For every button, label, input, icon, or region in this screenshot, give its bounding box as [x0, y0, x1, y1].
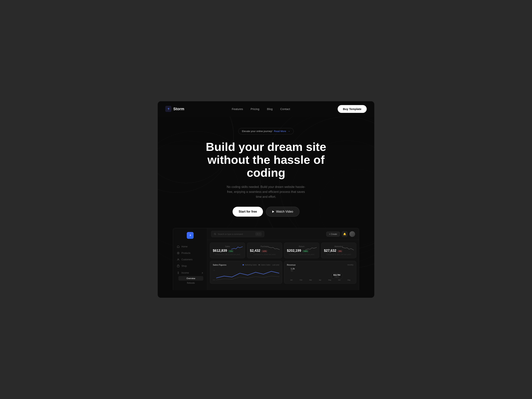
badge-link[interactable]: Read More: [274, 130, 286, 133]
revenue-title: Revenue: [287, 264, 296, 266]
stat-change-purchase: -12%: [261, 250, 267, 253]
legend-caters: Caters Sales: [259, 264, 270, 266]
svg-point-6: [177, 252, 179, 254]
hero-section: Elevate your online journey! Read More →…: [158, 117, 374, 298]
topbar-right: + Create 🔔: [326, 231, 355, 237]
svg-point-8: [178, 259, 179, 260]
browser-window: Storm Features Pricing Blog Contact Buy …: [158, 101, 374, 298]
yaxis: 1k 800: [213, 269, 215, 281]
chevron-icon: ∧: [202, 272, 203, 274]
revenue-bar-chart: 1.2k Apr Jan Feb: [287, 267, 353, 283]
hero-buttons: Start for free Watch Video: [165, 207, 367, 217]
brand-name: Storm: [173, 107, 184, 111]
charts-row: Sales Figures Marketing Sales Caters Sal…: [207, 261, 359, 286]
nav-contact[interactable]: Contact: [280, 107, 290, 111]
sidebar-home-label: Home: [181, 245, 188, 248]
stat-chart-sales: [231, 246, 243, 251]
sidebar-income-section: Income ∧ Overview Refunds: [173, 269, 207, 286]
navbar: Storm Features Pricing Blog Contact Buy …: [158, 101, 374, 117]
stat-value-purchase: $2,432: [250, 249, 260, 253]
sidebar-item-customers[interactable]: Customers: [173, 256, 207, 263]
stat-card-return: Return $202,199 +98% Compared to ($189,0…: [284, 243, 319, 258]
dashboard-preview: Home Products Customers: [173, 228, 359, 290]
sales-figures-title: Sales Figures: [213, 264, 227, 266]
sidebar-item-products[interactable]: Products: [173, 250, 207, 256]
sidebar-sub-refunds[interactable]: Refunds: [178, 281, 203, 285]
watch-video-button[interactable]: Watch Video: [266, 207, 299, 217]
price-tag-sublabel: August: [333, 276, 340, 278]
nav-blog[interactable]: Blog: [267, 107, 273, 111]
bar-aug: Aug: [344, 278, 353, 281]
stat-card-sales: Sales $612,839 +2% Compared to ($610,508…: [210, 243, 245, 258]
sales-line-chart: 1k 800: [213, 267, 279, 281]
stat-compare-marketing: Compared to ($21,340 last year): [324, 253, 353, 255]
avatar-button[interactable]: [349, 231, 355, 237]
chart-header-revenue: Revenue Monthly: [287, 264, 353, 266]
search-placeholder: Search or type a command: [218, 233, 243, 235]
sidebar-item-home[interactable]: Home: [173, 243, 207, 250]
dashboard-logo-icon: [187, 232, 194, 239]
start-free-button[interactable]: Start for free: [233, 207, 263, 217]
revenue-highlight-value: 1.2k: [291, 267, 295, 270]
bar-jun: Jun: [335, 278, 344, 281]
sales-svg-chart: [216, 269, 279, 281]
sidebar-item-shop[interactable]: Shop: [173, 263, 207, 269]
revenue-chart: Revenue Monthly 1.2k Apr Jan: [284, 261, 356, 284]
sidebar-products-label: Products: [181, 252, 190, 254]
nav-features[interactable]: Features: [232, 107, 243, 111]
stat-chart-purchase: [268, 246, 280, 251]
buy-template-button[interactable]: Buy Template: [338, 105, 367, 113]
badge-arrow-icon: →: [288, 130, 290, 133]
logo: Storm: [165, 106, 184, 112]
nav-pricing[interactable]: Pricing: [251, 107, 259, 111]
nav-links: Features Pricing Blog Contact: [232, 107, 290, 111]
badge-text: Elevate your online journey!: [242, 130, 272, 133]
stat-value-return: $202,199: [287, 249, 301, 253]
create-button[interactable]: + Create: [326, 232, 340, 237]
chart-legend: Marketing Sales Caters Sales Last year: [243, 264, 279, 266]
svg-point-10: [214, 233, 216, 235]
bar-jan: Jan: [287, 278, 296, 281]
storm-logo-icon: [165, 106, 171, 112]
dashboard-logo: [173, 232, 207, 239]
hero-subtitle: No coding skills needed. Build your drea…: [224, 184, 308, 199]
legend-dot-marketing: [243, 264, 244, 266]
search-box[interactable]: Search or type a command ⌘ F: [211, 231, 264, 237]
revenue-highlight-month: Apr: [291, 270, 293, 272]
dashboard-sidebar: Home Products Customers: [173, 228, 207, 290]
hero-title: Build your dream site without the hassle…: [200, 140, 332, 179]
chart-header-sales: Sales Figures Marketing Sales Caters Sal…: [213, 264, 279, 266]
legend-marketing: Marketing Sales: [243, 264, 257, 266]
stat-compare-sales: Compared to ($610,508 last year): [213, 253, 242, 255]
sidebar-sub-overview[interactable]: Overview: [178, 276, 203, 281]
legend-dot-caters: [259, 264, 260, 266]
stat-card-marketing: Marketing $27,632 -9% Compared to ($21,3…: [321, 243, 356, 258]
svg-point-7: [178, 253, 179, 253]
sidebar-shop-label: Shop: [181, 265, 187, 267]
notifications-button[interactable]: 🔔: [342, 231, 348, 237]
svg-rect-9: [177, 266, 179, 267]
sidebar-customers-label: Customers: [181, 258, 192, 261]
stat-chart-return: [305, 246, 317, 251]
bar-may: May: [325, 278, 334, 281]
bar-apr: Apr: [316, 278, 324, 281]
stat-value-marketing: $27,632: [324, 249, 336, 253]
play-icon: [272, 210, 274, 213]
sales-filter-select[interactable]: Last year: [272, 264, 279, 266]
sales-figures-chart: Sales Figures Marketing Sales Caters Sal…: [210, 261, 282, 284]
sidebar-income-label: Income: [181, 272, 189, 274]
stat-card-purchase: Purchase $2,432 -12% Compared to ($365 l…: [247, 243, 282, 258]
bar-chart: Jan Feb Mar: [287, 267, 353, 281]
search-icon: [214, 233, 216, 235]
stat-compare-purchase: Compared to ($365 last year): [250, 253, 279, 255]
stat-compare-return: Compared to ($189,000 last year): [287, 253, 316, 255]
revenue-filter-select[interactable]: Monthly: [347, 264, 353, 266]
stat-value-sales: $612,839: [213, 249, 227, 253]
dashboard-topbar: Search or type a command ⌘ F + Create 🔔: [207, 228, 359, 240]
stat-change-marketing: -9%: [337, 250, 342, 253]
announcement-badge[interactable]: Elevate your online journey! Read More →: [238, 128, 294, 134]
dashboard-main: Search or type a command ⌘ F + Create 🔔 …: [207, 228, 359, 290]
bar-feb: Feb: [296, 278, 305, 281]
sidebar-income-header[interactable]: Income ∧: [177, 270, 203, 275]
search-kbd: ⌘ F: [256, 232, 261, 236]
